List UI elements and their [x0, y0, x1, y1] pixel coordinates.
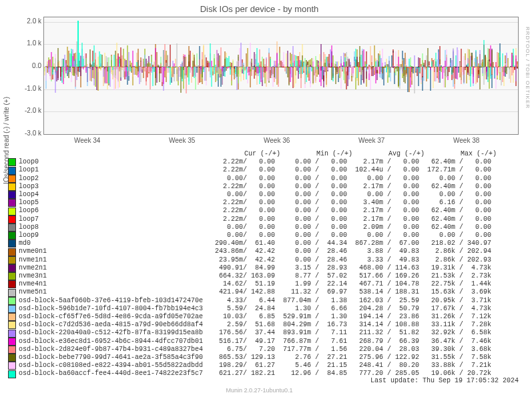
legend-swatch — [8, 240, 16, 248]
x-tick: Week 34 — [74, 137, 100, 144]
legend-text: loop4 0.00/ 0.00 0.00 / 0.00 0.00 / 0.00… — [19, 191, 491, 199]
legend-row: md0 290.40m/ 61.40 0.00 / 44.34 867.28m … — [8, 240, 497, 248]
legend-row: osd-block-bebe7790-99d7-4641-ae2a-3f585a… — [8, 354, 497, 362]
legend-row: osd-block-220a40a0-c512-42fb-87fa-83199d… — [8, 329, 497, 337]
legend-text: nvme3n1 664.32/ 163.09 8.77 / 57.02 517.… — [19, 272, 491, 280]
legend-swatch — [8, 175, 16, 183]
legend-text: osd-block-c08108ed-e822-4394-ab01-55d582… — [19, 362, 491, 370]
legend-text: osd-block-596b1de7-10fd-4107-8004-fb7bb1… — [19, 305, 491, 313]
legend-text: osd-block-bebe7790-99d7-4641-ae2a-3f585a… — [19, 354, 491, 362]
legend-text: loop1 2.22m/ 0.00 0.00 / 0.00 102.44u / … — [19, 166, 491, 174]
legend-swatch — [8, 264, 16, 272]
legend-row: loop5 2.22m/ 0.00 0.00 / 0.00 3.40m / 0.… — [8, 199, 497, 207]
legend-row: osd-block-5aaf060b-37e6-4119-bfeb-103d14… — [8, 297, 497, 305]
legend-row: loop9 0.00/ 0.00 0.00 / 0.00 0.00 / 0.00… — [8, 232, 497, 240]
legend-swatch — [8, 346, 16, 354]
legend-swatch — [8, 183, 16, 191]
legend-row: loop7 2.22m/ 0.00 0.00 / 0.00 2.17m / 0.… — [8, 216, 497, 224]
legend-text: osd-block-e36ec8d1-6952-4b6c-8944-4dfcc7… — [19, 338, 491, 346]
legend-swatch — [8, 338, 16, 346]
legend-text: nvme0n1 243.86m/ 42.42 0.00 / 28.46 3.88… — [19, 248, 491, 256]
legend-row: osd-block-e36ec8d1-6952-4b6c-8944-4dfcc7… — [8, 338, 497, 346]
legend-text: loop5 2.22m/ 0.00 0.00 / 0.00 3.40m / 0.… — [19, 199, 491, 207]
legend-swatch — [8, 330, 16, 338]
legend-text: loop0 2.22m/ 0.00 0.00 / 0.00 2.17m / 0.… — [19, 158, 491, 166]
legend-text: osd-block-5aaf060b-37e6-4119-bfeb-103d14… — [19, 297, 491, 305]
last-update: Last update: Thu Sep 19 17:05:32 2024 — [370, 377, 519, 384]
legend-row: loop0 2.22m/ 0.00 0.00 / 0.00 2.17m / 0.… — [8, 158, 497, 166]
legend-swatch — [8, 362, 16, 370]
legend-row: nvme1n1 23.95m/ 42.42 0.00 / 28.46 3.33 … — [8, 256, 497, 264]
x-tick: Week 35 — [169, 137, 195, 144]
y-tick: 1.0 k — [11, 39, 41, 47]
legend-row: loop1 2.22m/ 0.00 0.00 / 0.00 102.44u / … — [8, 166, 497, 174]
footer-version: Munin 2.0.27-1ubuntu0.1 — [0, 387, 519, 394]
legend-text: osd-block-c7d2d536-aeda-4815-a79d-90eb66… — [19, 321, 491, 329]
legend-swatch — [8, 224, 16, 232]
legend-swatch — [8, 248, 16, 256]
legend-row: osd-block-c7d2d536-aeda-4815-a79d-90eb66… — [8, 321, 497, 329]
legend-swatch — [8, 167, 16, 175]
y-tick: -1.0 k — [11, 85, 41, 92]
chart-plot-area — [43, 17, 519, 135]
rrdtool-label: RRDTOOL / TOBI OETIKER — [525, 27, 531, 109]
legend-row: osd-block-2d824e0f-9b87-47b4-b931-c489a8… — [8, 346, 497, 354]
legend-row: nvme2n1 490.91/ 84.99 3.15 / 28.93 468.0… — [8, 264, 497, 272]
legend-text: nvme4n1 14.62/ 51.19 1.99 / 22.14 467.71… — [19, 280, 491, 288]
legend-table: Cur (-/+) Min (-/+) Avg (-/+) Max (-/+) … — [8, 150, 497, 378]
legend-swatch — [8, 272, 16, 280]
legend-row: nvme0n1 243.86m/ 42.42 0.00 / 28.46 3.88… — [8, 248, 497, 256]
x-tick: Week 36 — [264, 137, 290, 144]
legend-swatch — [8, 208, 16, 216]
chart-title: Disk IOs per device - by month — [0, 4, 519, 14]
legend-row: loop6 2.22m/ 0.00 0.00 / 0.00 2.17m / 0.… — [8, 207, 497, 215]
legend-swatch — [8, 199, 16, 207]
legend-swatch — [8, 216, 16, 224]
legend-swatch — [8, 297, 16, 305]
legend-swatch — [8, 256, 16, 264]
legend-text: nvme5n1 421.94/ 142.88 11.32 / 69.97 538… — [19, 288, 491, 296]
legend-swatch — [8, 289, 16, 297]
legend-text: osd-block-220a40a0-c512-42fb-87fa-83199d… — [19, 329, 491, 337]
legend-text: nvme2n1 490.91/ 84.99 3.15 / 28.93 468.0… — [19, 264, 491, 272]
legend-row: nvme3n1 664.32/ 163.09 8.77 / 57.02 517.… — [8, 272, 497, 280]
legend-row: nvme5n1 421.94/ 142.88 11.32 / 69.97 538… — [8, 288, 497, 296]
legend-swatch — [8, 280, 16, 288]
x-tick: Week 38 — [453, 137, 479, 144]
legend-header: Cur (-/+) Min (-/+) Avg (-/+) Max (-/+) — [20, 150, 497, 158]
legend-swatch — [8, 232, 16, 240]
legend-text: loop2 0.00/ 0.00 0.00 / 0.00 0.00 / 0.00… — [19, 175, 491, 183]
legend-swatch — [8, 354, 16, 362]
legend-swatch — [8, 370, 16, 378]
legend-row: osd-block-c08108ed-e822-4394-ab01-55d582… — [8, 362, 497, 370]
legend-row: loop4 0.00/ 0.00 0.00 / 0.00 0.00 / 0.00… — [8, 191, 497, 199]
legend-text: osd-block-2d824e0f-9b87-47b4-b931-c489a8… — [19, 346, 491, 354]
y-tick: 2.0 k — [11, 17, 41, 25]
legend-text: md0 290.40m/ 61.40 0.00 / 44.34 867.28m … — [19, 240, 491, 248]
legend-swatch — [8, 305, 16, 313]
y-tick: 0.0 — [11, 62, 41, 69]
legend-row: loop8 0.00/ 0.00 0.00 / 0.00 2.09m / 0.0… — [8, 224, 497, 232]
legend-text: nvme1n1 23.95m/ 42.42 0.00 / 28.46 3.33 … — [19, 256, 491, 264]
legend-text: loop8 0.00/ 0.00 0.00 / 0.00 2.09m / 0.0… — [19, 224, 491, 232]
legend-row: loop3 2.22m/ 0.00 0.00 / 0.00 2.17m / 0.… — [8, 183, 497, 191]
legend-text: loop3 2.22m/ 0.00 0.00 / 0.00 2.17m / 0.… — [19, 183, 491, 191]
y-tick: -2.0 k — [11, 107, 41, 114]
legend-text: osd-block-cf65f7e6-5d8d-4e86-9cda-a9fd05… — [19, 313, 491, 321]
legend-swatch — [8, 158, 16, 166]
legend-text: loop9 0.00/ 0.00 0.00 / 0.00 0.00 / 0.00… — [19, 232, 491, 240]
legend-swatch — [8, 191, 16, 199]
legend-text: loop6 2.22m/ 0.00 0.00 / 0.00 2.17m / 0.… — [19, 207, 491, 215]
legend-row: nvme4n1 14.62/ 51.19 1.99 / 22.14 467.71… — [8, 280, 497, 288]
legend-row: loop2 0.00/ 0.00 0.00 / 0.00 0.00 / 0.00… — [8, 175, 497, 183]
legend-text: loop7 2.22m/ 0.00 0.00 / 0.00 2.17m / 0.… — [19, 216, 491, 224]
legend-swatch — [8, 321, 16, 329]
y-tick: -3.0 k — [11, 129, 41, 137]
x-tick: Week 37 — [358, 137, 384, 144]
legend-row: osd-block-596b1de7-10fd-4107-8004-fb7bb1… — [8, 305, 497, 313]
legend-row: osd-block-cf65f7e6-5d8d-4e86-9cda-a9fd05… — [8, 313, 497, 321]
legend-swatch — [8, 313, 16, 321]
